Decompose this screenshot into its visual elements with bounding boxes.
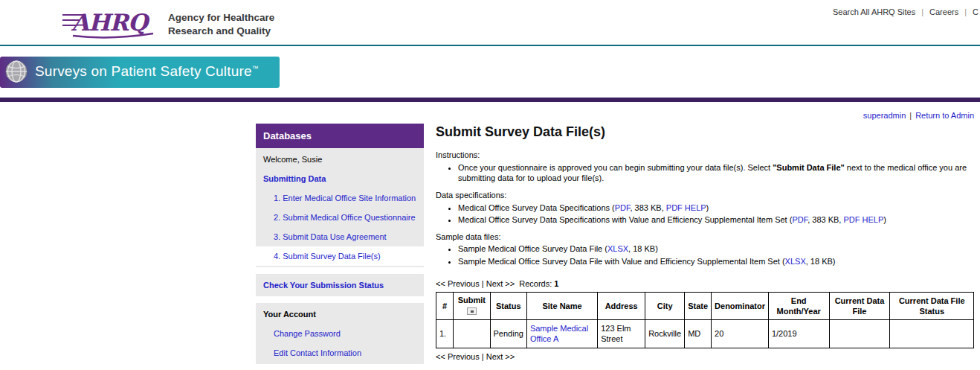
pdf-link[interactable]: PDF <box>615 203 631 212</box>
page-content: superadmin|Return to Admin Databases Wel… <box>0 102 980 370</box>
submit-data-file-emphasis: "Submit Data File" <box>773 163 845 172</box>
globe-icon <box>5 60 28 83</box>
previous-link[interactable]: << Previous <box>436 279 480 288</box>
cell-city: Rockville <box>645 319 685 348</box>
sidebar-group-account: Your Account Change Password Edit Contac… <box>256 303 424 364</box>
sidebar-item-change-password[interactable]: Change Password <box>256 324 424 343</box>
col-header-current-data-file: Current Data File <box>829 293 890 320</box>
previous-link[interactable]: << Previous <box>436 352 480 361</box>
xlsx-link[interactable]: XLSX <box>785 257 806 266</box>
sample-data-files-label: Sample data files: <box>436 232 974 242</box>
sidebar-item-edit-contact-information[interactable]: Edit Contact Information <box>256 343 424 363</box>
sidebar-item-submitting-data[interactable]: Submitting Data <box>256 169 424 188</box>
top-nav-separator: | <box>921 7 923 16</box>
col-header-end-month-year: End Month/Year <box>768 293 829 320</box>
bullet-text: Medical Office Survey Data Specification… <box>458 215 792 224</box>
sample-data-files-list: Sample Medical Office Survey Data File (… <box>436 243 974 267</box>
col-header-denominator: Denominator <box>712 293 769 320</box>
bullet-text: , 18 KB) <box>806 257 836 266</box>
agency-name-line2: Research and Quality <box>168 25 274 38</box>
sample-file-bullet: Sample Medical Office Survey Data File w… <box>458 256 974 267</box>
banner-title: Surveys on Patient Safety Culture™ <box>35 63 259 80</box>
bullet-text: Medical Office Survey Data Specification… <box>458 203 615 212</box>
cell-state: MD <box>685 319 712 348</box>
cell-site-name: Sample Medical Office A <box>526 319 597 348</box>
svg-text:AHRQ: AHRQ <box>71 9 150 36</box>
trademark-symbol: ™ <box>252 65 259 72</box>
bullet-text: ) <box>883 215 886 224</box>
records-label: Records: <box>519 279 552 288</box>
pagination-separator: | <box>480 279 486 288</box>
sidebar: Databases Welcome, Susie Submitting Data… <box>256 124 424 370</box>
ahrq-logo-icon: AHRQ <box>62 5 158 41</box>
col-header-status: Status <box>490 293 526 320</box>
table-row: 1. Pending Sample Medical Office A 123 E… <box>436 319 974 348</box>
pdf-link[interactable]: PDF <box>792 215 807 224</box>
col-header-number: # <box>436 293 454 320</box>
bullet-text: , 383 KB, <box>807 215 843 224</box>
site-header: Search All AHRQ Sites|Careers|C AHRQ Age… <box>0 0 980 46</box>
site-name-link[interactable]: Sample Medical Office A <box>530 324 588 343</box>
pagination-top: << Previous | Next >>Records: 1 <box>436 278 974 289</box>
records-value: 1 <box>554 279 558 288</box>
top-nav-search-all-ahrq[interactable]: Search All AHRQ Sites <box>833 7 915 16</box>
col-header-city: City <box>645 293 685 320</box>
col-header-current-data-file-status: Current Data File Status <box>890 293 974 320</box>
data-spec-bullet: Medical Office Survey Data Specification… <box>458 214 974 225</box>
instructions-list: Once your questionnaire is approved you … <box>436 162 974 184</box>
instructions-label: Instructions: <box>436 150 974 160</box>
bullet-text: , 383 KB, <box>631 203 666 212</box>
sidebar-welcome-text: Welcome, Susie <box>256 150 424 169</box>
next-link[interactable]: Next >> <box>486 279 515 288</box>
data-specifications-list: Medical Office Survey Data Specification… <box>436 202 974 226</box>
page-title: Submit Survey Data File(s) <box>436 124 974 141</box>
top-nav-contact-cutoff[interactable]: C <box>973 7 979 16</box>
sidebar-item-submit-questionnaire[interactable]: 2. Submit Medical Office Questionnaire <box>256 208 424 227</box>
ahrq-logo[interactable]: AHRQ <box>62 5 158 44</box>
sidebar-your-account-heading: Your Account <box>256 304 424 324</box>
col-header-submit: Submit <box>454 293 490 320</box>
sidebar-header-databases: Databases <box>256 124 424 148</box>
top-nav: Search All AHRQ Sites|Careers|C <box>833 7 979 16</box>
sidebar-item-submit-survey-data-files[interactable]: 4. Submit Survey Data File(s) <box>256 246 424 266</box>
cell-number: 1. <box>436 319 454 348</box>
pagination-bottom: << Previous | Next >> <box>436 351 974 362</box>
bullet-text: Sample Medical Office Survey Data File ( <box>458 244 607 253</box>
banner-area: Surveys on Patient Safety Culture™ <box>0 46 980 98</box>
sops-banner: Surveys on Patient Safety Culture™ <box>0 57 280 88</box>
xlsx-link[interactable]: XLSX <box>607 244 628 253</box>
sidebar-item-enter-site-information[interactable]: 1. Enter Medical Office Site Information <box>256 188 424 208</box>
admin-bar: superadmin|Return to Admin <box>256 111 974 120</box>
banner-title-text: Surveys on Patient Safety Culture <box>35 63 252 79</box>
cell-submit <box>454 319 490 348</box>
superadmin-link[interactable]: superadmin <box>863 111 906 120</box>
return-to-admin-link[interactable]: Return to Admin <box>915 111 974 120</box>
table-header-row: # Submit Status Site Name Address City S… <box>436 293 974 320</box>
sidebar-item-check-submission-status[interactable]: Check Your Submission Status <box>256 275 424 295</box>
records-table: # Submit Status Site Name Address City S… <box>436 292 974 348</box>
col-header-site-name: Site Name <box>526 293 597 320</box>
data-specifications-label: Data specifications: <box>436 190 974 200</box>
cell-end-month-year: 1/2019 <box>768 319 829 348</box>
bullet-text: , 18 KB) <box>628 244 658 253</box>
bullet-text: ) <box>706 203 709 212</box>
agency-name: Agency for Healthcare Research and Quali… <box>168 11 274 37</box>
pdf-help-link[interactable]: PDF HELP <box>843 215 883 224</box>
sidebar-item-submit-data-use-agreement[interactable]: 3. Submit Data Use Agreement <box>256 227 424 246</box>
sort-icon[interactable] <box>467 307 477 315</box>
agency-name-line1: Agency for Healthcare <box>168 11 274 25</box>
pdf-help-link[interactable]: PDF HELP <box>666 203 706 212</box>
pagination-separator: | <box>480 352 486 361</box>
top-nav-careers[interactable]: Careers <box>929 7 958 16</box>
logo-row: AHRQ Agency for Healthcare Research and … <box>62 5 274 44</box>
data-spec-bullet: Medical Office Survey Data Specification… <box>458 202 974 213</box>
sidebar-group-status: Check Your Submission Status <box>256 274 424 296</box>
main-content: Submit Survey Data File(s) Instructions:… <box>424 124 974 370</box>
next-link[interactable]: Next >> <box>486 352 515 361</box>
col-header-address: Address <box>598 293 645 320</box>
admin-separator: | <box>909 111 912 120</box>
col-header-submit-label: Submit <box>457 295 486 305</box>
cell-current-data-file <box>829 319 890 348</box>
cell-address: 123 Elm Street <box>598 319 645 348</box>
sidebar-group-submitting: Welcome, Susie Submitting Data 1. Enter … <box>256 148 424 267</box>
